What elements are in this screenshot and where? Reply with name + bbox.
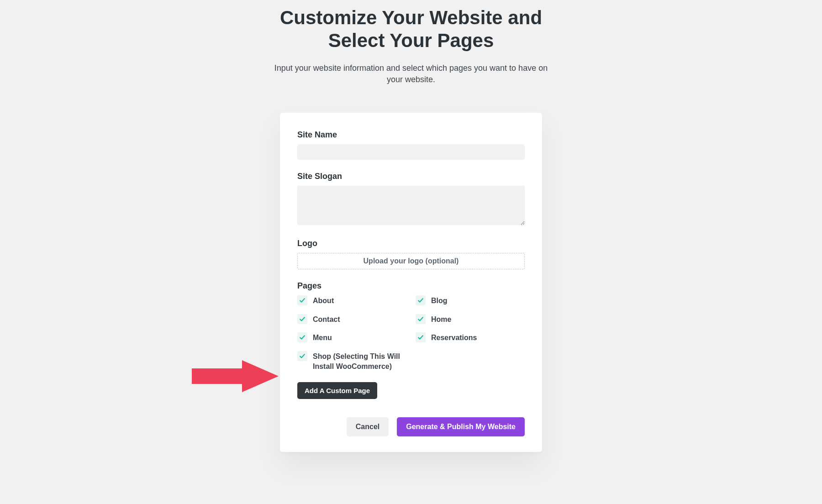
- checkmark-icon: [297, 351, 307, 361]
- generate-publish-button[interactable]: Generate & Publish My Website: [397, 417, 525, 436]
- site-slogan-label: Site Slogan: [297, 172, 525, 181]
- page-item-label: Menu: [313, 332, 332, 343]
- page-item-label: Blog: [431, 295, 448, 306]
- page-item-label: Home: [431, 314, 451, 325]
- actions-row: Cancel Generate & Publish My Website: [297, 417, 525, 436]
- page-subtitle: Input your website information and selec…: [274, 63, 548, 85]
- page-checkbox-home[interactable]: Home: [416, 314, 525, 325]
- cancel-button[interactable]: Cancel: [347, 417, 389, 436]
- site-name-input[interactable]: [297, 144, 525, 160]
- site-name-label: Site Name: [297, 130, 525, 140]
- customize-card: Site Name Site Slogan Logo Upload your l…: [280, 113, 542, 452]
- page-checkbox-reservations[interactable]: Reservations: [416, 332, 525, 343]
- page-checkbox-contact[interactable]: Contact: [297, 314, 406, 325]
- page-title: Customize Your Website and Select Your P…: [251, 6, 571, 52]
- checkmark-icon: [297, 295, 307, 305]
- logo-upload[interactable]: Upload your logo (optional): [297, 253, 525, 269]
- checkmark-icon: [416, 295, 426, 305]
- page-item-label: Shop (Selecting This Will Install WooCom…: [313, 351, 406, 371]
- pages-label: Pages: [297, 281, 525, 291]
- page-item-label: Reservations: [431, 332, 477, 343]
- page-checkbox-blog[interactable]: Blog: [416, 295, 525, 306]
- checkmark-icon: [416, 314, 426, 324]
- page-checkbox-shop[interactable]: Shop (Selecting This Will Install WooCom…: [297, 351, 406, 371]
- logo-label: Logo: [297, 239, 525, 248]
- site-slogan-input[interactable]: [297, 186, 525, 225]
- checkmark-icon: [297, 314, 307, 324]
- checkmark-icon: [416, 332, 426, 342]
- pages-section: Pages AboutBlogContactHomeMenuReservatio…: [297, 281, 525, 399]
- page-item-label: Contact: [313, 314, 340, 325]
- checkmark-icon: [297, 332, 307, 342]
- add-custom-page-button[interactable]: Add A Custom Page: [297, 382, 377, 399]
- logo-section: Logo Upload your logo (optional): [297, 239, 525, 269]
- site-slogan-section: Site Slogan: [297, 172, 525, 227]
- site-name-section: Site Name: [297, 130, 525, 160]
- page-checkbox-menu[interactable]: Menu: [297, 332, 406, 343]
- page-checkbox-about[interactable]: About: [297, 295, 406, 306]
- page-item-label: About: [313, 295, 334, 306]
- pages-grid: AboutBlogContactHomeMenuReservationsShop…: [297, 295, 525, 371]
